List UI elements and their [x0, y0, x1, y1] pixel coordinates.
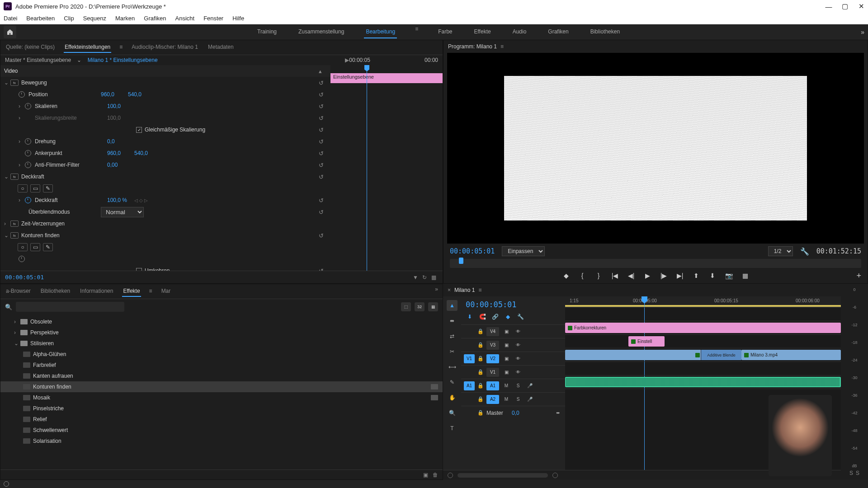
fit-select[interactable]: Einpassen [502, 246, 545, 256]
snap-icon[interactable]: 🧲 [478, 313, 486, 321]
mute-button[interactable]: M [502, 382, 511, 390]
solo-right-button[interactable]: S [856, 470, 859, 476]
reset-icon[interactable]: ↺ [319, 91, 327, 98]
expand-icon[interactable]: ⌄ [4, 232, 10, 239]
master-volume-input[interactable]: 0,0 [512, 410, 519, 416]
tab-mar[interactable]: Mar [160, 286, 172, 297]
anker-y-input[interactable]: 540,0 [134, 150, 161, 156]
sequence-name[interactable]: Milano 1 [454, 287, 475, 293]
loop-icon[interactable]: ↻ [420, 274, 429, 281]
ec-playhead[interactable] [367, 65, 367, 271]
toggle-output-icon[interactable]: 👁 [514, 368, 523, 376]
menu-grafiken[interactable]: Grafiken [144, 15, 166, 22]
timeline-ruler[interactable]: 1:15 00:00:05:00 00:00:05:15 00:00:06:00… [565, 296, 841, 307]
toggle-sync-icon[interactable]: ▣ [502, 328, 511, 336]
track-header-v3[interactable]: 🔒V3▣👁 [461, 338, 565, 352]
lock-icon[interactable]: 🔒 [477, 396, 484, 402]
track-v1-lane[interactable]: Milano 2 (4K).mp4Additive Blende Milano … [565, 348, 841, 361]
menu-hilfe[interactable]: Hilfe [232, 15, 244, 22]
settings-icon[interactable]: 🔧 [516, 313, 524, 321]
expand-icon[interactable]: › [19, 115, 25, 121]
expand-icon[interactable]: › [19, 162, 25, 168]
clip-audio[interactable] [565, 377, 841, 387]
stopwatch-icon[interactable] [19, 91, 25, 98]
track-v4-lane[interactable] [565, 307, 841, 321]
wrench-icon[interactable]: ▦ [429, 274, 438, 281]
source-patch-a1[interactable]: A1 [464, 381, 475, 390]
program-timecode-in[interactable]: 00:00:05:01 [450, 247, 495, 255]
track-header-a2[interactable]: 🔒A2MS🎤 [461, 392, 565, 406]
expand-icon[interactable]: ⬌ [553, 409, 562, 417]
resolution-select[interactable]: 1/2 [768, 246, 793, 256]
voice-over-icon[interactable]: 🎤 [525, 382, 534, 390]
kf-prev-icon[interactable]: ◁ [134, 198, 138, 203]
workspace-bearbeitung[interactable]: Bearbeitung [364, 26, 397, 38]
antiflimmer-input[interactable]: 0,00 [107, 162, 134, 168]
uniform-scale-checkbox[interactable] [136, 127, 142, 133]
track-v3-lane[interactable]: Farbkorrekturen [565, 321, 841, 334]
effect-konturen-finden[interactable]: Konturen finden [0, 381, 443, 392]
add-marker-button[interactable]: ◆ [561, 271, 571, 281]
umkehren-checkbox[interactable] [136, 268, 142, 271]
scrubber-handle[interactable] [459, 258, 463, 264]
solo-button[interactable]: S [514, 382, 523, 390]
position-x-input[interactable]: 960,0 [101, 91, 128, 98]
effect-kanten-aufrauen[interactable]: Kanten aufrauen [0, 371, 443, 381]
fx-badge-icon[interactable]: fx [10, 80, 19, 86]
workspace-overflow-button[interactable]: » [861, 28, 864, 36]
workspace-zusammenstellung[interactable]: Zusammenstellung [297, 26, 346, 38]
tab-menu-icon[interactable]: ≡ [119, 42, 123, 53]
effect-farbrelief[interactable]: Farbrelief [0, 360, 443, 371]
expand-icon[interactable]: › [4, 221, 10, 227]
zoom-in-handle[interactable] [552, 473, 558, 478]
toggle-output-icon[interactable]: 👁 [514, 341, 523, 349]
folder-perspektive[interactable]: ›Perspektive [0, 327, 443, 338]
position-y-input[interactable]: 540,0 [128, 91, 155, 98]
stopwatch-icon[interactable] [25, 162, 31, 168]
rect-mask-button[interactable]: ▭ [30, 184, 40, 192]
workspace-bibliotheken[interactable]: Bibliotheken [589, 26, 622, 38]
stopwatch-icon[interactable] [25, 103, 31, 109]
track-header-v4[interactable]: 🔒V4▣👁 [461, 324, 565, 338]
pen-mask-button[interactable]: ✎ [43, 184, 53, 192]
menu-sequenz[interactable]: Sequenz [83, 15, 106, 22]
solo-left-button[interactable]: S [849, 470, 853, 476]
minimize-button[interactable]: — [826, 3, 832, 9]
workspace-effekte[interactable]: Effekte [472, 26, 493, 38]
clip-milano3[interactable]: Milano 3.mp4 [741, 350, 841, 360]
tab-effekte[interactable]: Effekte [122, 286, 141, 297]
tab-metadaten[interactable]: Metadaten [207, 42, 235, 53]
lock-icon[interactable]: 🔒 [477, 342, 484, 348]
group-deckkraft[interactable]: ⌄ fx Deckkraft ↺ [0, 171, 330, 183]
close-sequence-icon[interactable]: × [448, 287, 451, 293]
go-to-out-button[interactable]: ▶| [675, 271, 685, 281]
zoom-out-handle[interactable] [448, 473, 453, 478]
lock-icon[interactable]: 🔒 [477, 328, 484, 334]
effect-controls-timeline[interactable]: Einstellungsebene [330, 65, 443, 271]
effect-pinselstriche[interactable]: Pinselstriche [0, 403, 443, 414]
lock-icon[interactable]: 🔒 [477, 356, 484, 361]
toggle-output-icon[interactable]: 👁 [514, 328, 523, 336]
workspace-audio[interactable]: Audio [511, 26, 528, 38]
expand-icon[interactable]: ⌄ [4, 174, 10, 180]
expand-icon[interactable]: › [19, 103, 25, 109]
insert-mode-icon[interactable]: ⬇ [466, 313, 474, 321]
stopwatch-icon[interactable] [25, 150, 31, 156]
tab-browser[interactable]: a-Browser [5, 286, 32, 297]
workspace-training[interactable]: Training [255, 26, 278, 38]
panel-menu-icon[interactable]: ≡ [478, 287, 481, 293]
track-header-a1[interactable]: A1🔒A1MS🎤 [461, 379, 565, 392]
clip-link[interactable]: Milano 1 * Einstellungsebene [88, 57, 158, 63]
skalieren-input[interactable]: 100,0 [107, 103, 134, 109]
menu-fenster[interactable]: Fenster [203, 15, 223, 22]
lock-icon[interactable]: 🔒 [477, 383, 484, 389]
source-patch-v1[interactable]: V1 [464, 354, 475, 363]
reset-icon[interactable]: ↺ [319, 80, 327, 86]
track-a1-lane[interactable] [565, 361, 841, 375]
drehung-input[interactable]: 0,0 [107, 138, 134, 145]
menu-marken[interactable]: Marken [115, 15, 135, 22]
tab-menu-icon[interactable]: ≡ [149, 286, 152, 297]
workspace-grafiken[interactable]: Grafiken [546, 26, 570, 38]
reset-icon[interactable]: ↺ [319, 267, 327, 271]
pen-mask-button[interactable]: ✎ [43, 243, 53, 251]
